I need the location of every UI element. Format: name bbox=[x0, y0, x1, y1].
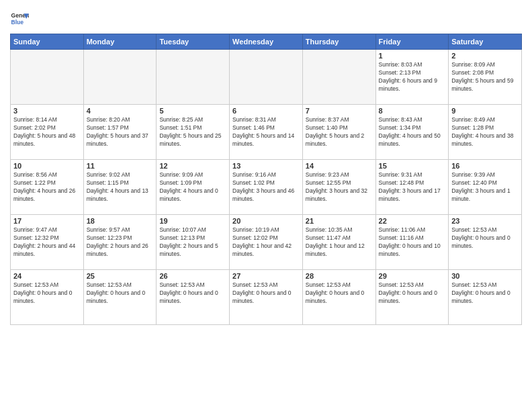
day-number: 26 bbox=[159, 272, 226, 280]
day-number: 7 bbox=[306, 107, 373, 115]
header: General Blue bbox=[10, 7, 522, 28]
calendar-cell: 6Sunrise: 8:31 AM Sunset: 1:46 PM Daylig… bbox=[230, 105, 303, 160]
weekday-header: Friday bbox=[375, 34, 449, 50]
calendar-cell: 15Sunrise: 9:31 AM Sunset: 12:48 PM Dayl… bbox=[375, 160, 449, 215]
day-info: Sunrise: 9:09 AM Sunset: 1:09 PM Dayligh… bbox=[159, 171, 226, 203]
day-number: 29 bbox=[379, 272, 446, 280]
logo-icon: General Blue bbox=[10, 9, 29, 28]
day-info: Sunrise: 8:20 AM Sunset: 1:57 PM Dayligh… bbox=[87, 116, 154, 148]
day-number: 13 bbox=[232, 162, 300, 170]
day-info: Sunrise: 8:43 AM Sunset: 1:34 PM Dayligh… bbox=[379, 116, 446, 148]
calendar-cell: 3Sunrise: 8:14 AM Sunset: 2:02 PM Daylig… bbox=[11, 105, 84, 160]
weekday-header: Thursday bbox=[302, 34, 375, 50]
weekday-header: Saturday bbox=[449, 34, 522, 50]
calendar-cell bbox=[11, 50, 84, 105]
calendar-cell: 2Sunrise: 8:09 AM Sunset: 2:08 PM Daylig… bbox=[449, 50, 522, 105]
day-number: 24 bbox=[13, 272, 81, 280]
calendar-header-row: SundayMondayTuesdayWednesdayThursdayFrid… bbox=[11, 34, 522, 50]
day-number: 4 bbox=[87, 107, 154, 115]
day-info: Sunrise: 8:37 AM Sunset: 1:40 PM Dayligh… bbox=[306, 116, 373, 148]
day-number: 30 bbox=[451, 272, 519, 280]
calendar-week-row: 17Sunrise: 9:47 AM Sunset: 12:32 PM Dayl… bbox=[11, 215, 522, 270]
calendar-cell: 1Sunrise: 8:03 AM Sunset: 2:13 PM Daylig… bbox=[375, 50, 449, 105]
day-number: 16 bbox=[451, 162, 519, 170]
day-number: 19 bbox=[159, 217, 226, 225]
weekday-header: Sunday bbox=[11, 34, 84, 50]
day-number: 10 bbox=[13, 162, 81, 170]
day-info: Sunrise: 8:14 AM Sunset: 2:02 PM Dayligh… bbox=[13, 116, 81, 148]
calendar-cell: 18Sunrise: 9:57 AM Sunset: 12:23 PM Dayl… bbox=[83, 215, 157, 270]
day-info: Sunrise: 10:35 AM Sunset: 11:47 AM Dayli… bbox=[306, 226, 373, 259]
day-number: 28 bbox=[306, 272, 373, 280]
calendar-cell: 13Sunrise: 9:16 AM Sunset: 1:02 PM Dayli… bbox=[230, 160, 303, 215]
calendar-cell bbox=[157, 50, 230, 105]
day-number: 18 bbox=[87, 217, 154, 225]
day-number: 15 bbox=[379, 162, 446, 170]
day-number: 6 bbox=[232, 107, 300, 115]
calendar-cell: 17Sunrise: 9:47 AM Sunset: 12:32 PM Dayl… bbox=[11, 215, 84, 270]
calendar-cell bbox=[230, 50, 303, 105]
day-number: 12 bbox=[159, 162, 226, 170]
calendar-cell: 22Sunrise: 11:06 AM Sunset: 11:16 AM Day… bbox=[375, 215, 449, 270]
weekday-header: Wednesday bbox=[230, 34, 303, 50]
day-info: Sunrise: 8:31 AM Sunset: 1:46 PM Dayligh… bbox=[232, 116, 300, 148]
day-number: 27 bbox=[232, 272, 300, 280]
day-number: 17 bbox=[13, 217, 81, 225]
day-info: Sunrise: 9:31 AM Sunset: 12:48 PM Daylig… bbox=[379, 171, 446, 203]
day-info: Sunrise: 9:16 AM Sunset: 1:02 PM Dayligh… bbox=[232, 171, 300, 203]
day-info: Sunset: 12:53 AM Daylight: 0 hours and 0… bbox=[159, 281, 226, 306]
svg-text:Blue: Blue bbox=[11, 19, 24, 26]
calendar-cell: 25Sunset: 12:53 AM Daylight: 0 hours and… bbox=[83, 270, 157, 325]
calendar-cell: 4Sunrise: 8:20 AM Sunset: 1:57 PM Daylig… bbox=[83, 105, 157, 160]
day-number: 14 bbox=[306, 162, 373, 170]
calendar-cell: 26Sunset: 12:53 AM Daylight: 0 hours and… bbox=[157, 270, 230, 325]
calendar-week-row: 10Sunrise: 8:56 AM Sunset: 1:22 PM Dayli… bbox=[11, 160, 522, 215]
calendar-cell: 27Sunset: 12:53 AM Daylight: 0 hours and… bbox=[230, 270, 303, 325]
day-info: Sunrise: 9:23 AM Sunset: 12:55 PM Daylig… bbox=[306, 171, 373, 203]
day-info: Sunrise: 8:03 AM Sunset: 2:13 PM Dayligh… bbox=[379, 61, 446, 93]
calendar-cell: 10Sunrise: 8:56 AM Sunset: 1:22 PM Dayli… bbox=[11, 160, 84, 215]
calendar-cell: 21Sunrise: 10:35 AM Sunset: 11:47 AM Day… bbox=[302, 215, 375, 270]
day-number: 20 bbox=[232, 217, 300, 225]
day-info: Sunset: 12:53 AM Daylight: 0 hours and 0… bbox=[379, 281, 446, 306]
day-info: Sunrise: 8:25 AM Sunset: 1:51 PM Dayligh… bbox=[159, 116, 226, 148]
calendar-week-row: 24Sunset: 12:53 AM Daylight: 0 hours and… bbox=[11, 270, 522, 325]
day-info: Sunrise: 9:47 AM Sunset: 12:32 PM Daylig… bbox=[13, 226, 81, 259]
day-info: Sunrise: 11:06 AM Sunset: 11:16 AM Dayli… bbox=[379, 226, 446, 259]
page-container: General Blue SundayMondayTuesdayWednesda… bbox=[0, 0, 532, 332]
calendar-week-row: 3Sunrise: 8:14 AM Sunset: 2:02 PM Daylig… bbox=[11, 105, 522, 160]
calendar-cell: 8Sunrise: 8:43 AM Sunset: 1:34 PM Daylig… bbox=[375, 105, 449, 160]
day-info: Sunrise: 8:49 AM Sunset: 1:28 PM Dayligh… bbox=[451, 116, 519, 148]
day-number: 25 bbox=[87, 272, 154, 280]
calendar-cell: 5Sunrise: 8:25 AM Sunset: 1:51 PM Daylig… bbox=[157, 105, 230, 160]
calendar-cell: 30Sunset: 12:53 AM Daylight: 0 hours and… bbox=[449, 270, 522, 325]
calendar-cell bbox=[83, 50, 157, 105]
day-number: 11 bbox=[87, 162, 154, 170]
day-number: 21 bbox=[306, 217, 373, 225]
calendar-table: SundayMondayTuesdayWednesdayThursdayFrid… bbox=[10, 34, 522, 325]
day-info: Sunrise: 8:56 AM Sunset: 1:22 PM Dayligh… bbox=[13, 171, 81, 203]
calendar-week-row: 1Sunrise: 8:03 AM Sunset: 2:13 PM Daylig… bbox=[11, 50, 522, 105]
day-number: 1 bbox=[379, 52, 446, 60]
day-info: Sunset: 12:53 AM Daylight: 0 hours and 0… bbox=[451, 226, 519, 250]
day-info: Sunset: 12:53 AM Daylight: 0 hours and 0… bbox=[87, 281, 154, 306]
calendar-cell bbox=[302, 50, 375, 105]
calendar-cell: 24Sunset: 12:53 AM Daylight: 0 hours and… bbox=[11, 270, 84, 325]
calendar-cell: 9Sunrise: 8:49 AM Sunset: 1:28 PM Daylig… bbox=[449, 105, 522, 160]
day-number: 3 bbox=[13, 107, 81, 115]
day-number: 23 bbox=[451, 217, 519, 225]
day-number: 5 bbox=[159, 107, 226, 115]
weekday-header: Monday bbox=[83, 34, 157, 50]
day-number: 8 bbox=[379, 107, 446, 115]
calendar-cell: 14Sunrise: 9:23 AM Sunset: 12:55 PM Dayl… bbox=[302, 160, 375, 215]
calendar-cell: 16Sunrise: 9:39 AM Sunset: 12:40 PM Dayl… bbox=[449, 160, 522, 215]
calendar-cell: 7Sunrise: 8:37 AM Sunset: 1:40 PM Daylig… bbox=[302, 105, 375, 160]
day-info: Sunset: 12:53 AM Daylight: 0 hours and 0… bbox=[451, 281, 519, 306]
day-info: Sunrise: 9:02 AM Sunset: 1:15 PM Dayligh… bbox=[87, 171, 154, 203]
calendar-cell: 11Sunrise: 9:02 AM Sunset: 1:15 PM Dayli… bbox=[83, 160, 157, 215]
calendar-cell: 29Sunset: 12:53 AM Daylight: 0 hours and… bbox=[375, 270, 449, 325]
day-number: 9 bbox=[451, 107, 519, 115]
day-info: Sunrise: 10:07 AM Sunset: 12:13 PM Dayli… bbox=[159, 226, 226, 259]
calendar-cell: 12Sunrise: 9:09 AM Sunset: 1:09 PM Dayli… bbox=[157, 160, 230, 215]
weekday-header: Tuesday bbox=[157, 34, 230, 50]
